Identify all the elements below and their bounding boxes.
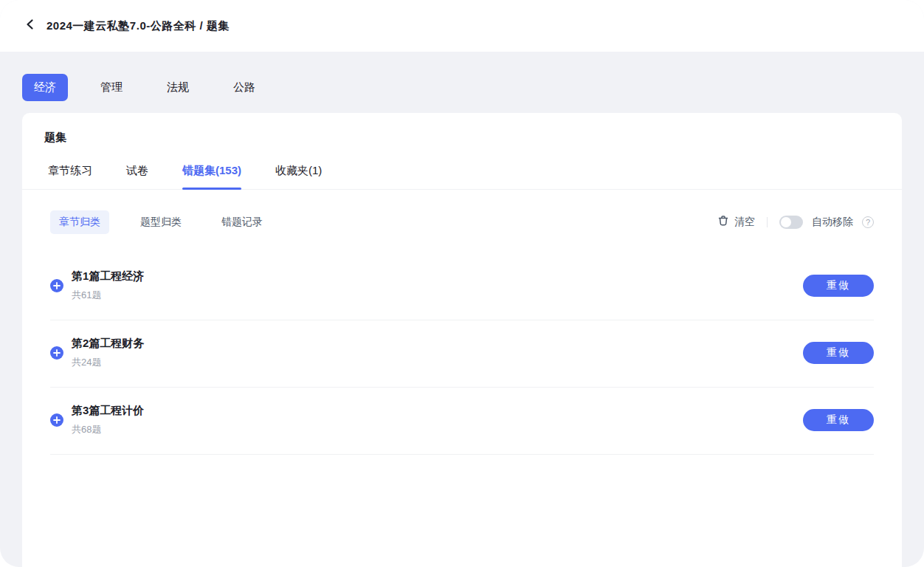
redo-button[interactable]: 重做	[803, 342, 874, 364]
clear-label: 清空	[734, 216, 755, 229]
redo-button[interactable]: 重做	[803, 409, 874, 431]
tab-economy[interactable]: 经济	[22, 74, 68, 101]
item-count: 共68题	[72, 423, 803, 436]
page-body: 经济 管理 法规 公路 题集 章节练习 试卷 错题集(153) 收藏夹(1) 章…	[0, 52, 924, 567]
item-title: 第2篇工程财务	[72, 337, 803, 351]
redo-button[interactable]: 重做	[803, 275, 874, 297]
expand-plus-icon[interactable]	[50, 413, 63, 427]
section-tabs: 章节练习 试卷 错题集(153) 收藏夹(1)	[22, 164, 902, 190]
tab-regulations[interactable]: 法规	[155, 74, 201, 101]
top-bar: 2024一建云私塾7.0-公路全科 / 题集	[0, 0, 924, 52]
tab-chapter-practice[interactable]: 章节练习	[48, 164, 92, 189]
back-button[interactable]	[24, 18, 36, 33]
auto-remove-label: 自动移除	[812, 216, 853, 229]
list-item: 第1篇工程经济 共61题 重做	[50, 253, 874, 320]
list-item: 第3篇工程计价 共68题 重做	[50, 388, 874, 455]
chapter-list: 第1篇工程经济 共61题 重做 第2篇工程财务 共24题	[50, 253, 874, 455]
app-window: 2024一建云私塾7.0-公路全科 / 题集 经济 管理 法规 公路 题集 章节…	[0, 0, 924, 567]
tab-exam-papers[interactable]: 试卷	[126, 164, 148, 189]
clear-button[interactable]: 清空	[717, 214, 755, 230]
card-title: 题集	[22, 113, 902, 145]
filter-row: 章节归类 题型归类 错题记录 清空	[50, 210, 874, 234]
tools-group: 清空 自动移除 ?	[717, 214, 874, 230]
item-title: 第1篇工程经济	[72, 269, 803, 284]
tab-management[interactable]: 管理	[89, 74, 134, 101]
expand-plus-icon[interactable]	[50, 279, 63, 292]
question-set-card: 题集 章节练习 试卷 错题集(153) 收藏夹(1) 章节归类 题型归类 错题记…	[22, 113, 902, 567]
item-text: 第2篇工程财务 共24题	[72, 337, 803, 369]
expand-plus-icon[interactable]	[50, 346, 63, 360]
back-chevron-icon	[24, 18, 36, 33]
filter-wrong-records[interactable]: 错题记录	[213, 210, 272, 234]
tab-favorites[interactable]: 收藏夹(1)	[275, 164, 322, 189]
item-count: 共24题	[72, 356, 803, 369]
item-text: 第1篇工程经济 共61题	[72, 269, 803, 302]
filter-by-chapter[interactable]: 章节归类	[50, 210, 109, 234]
breadcrumb: 2024一建云私塾7.0-公路全科 / 题集	[46, 19, 230, 33]
vertical-divider	[767, 217, 768, 227]
tab-highway[interactable]: 公路	[221, 74, 267, 101]
item-count: 共61题	[72, 289, 803, 302]
filter-by-question-type[interactable]: 题型归类	[131, 210, 190, 234]
filter-group: 章节归类 题型归类 错题记录	[50, 210, 272, 234]
item-text: 第3篇工程计价 共68题	[72, 404, 803, 436]
trash-icon	[717, 214, 730, 230]
help-icon[interactable]: ?	[862, 216, 874, 228]
tab-wrong-questions[interactable]: 错题集(153)	[182, 164, 241, 189]
list-item: 第2篇工程财务 共24题 重做	[50, 320, 874, 388]
auto-remove-toggle[interactable]	[779, 216, 803, 229]
toggle-knob	[781, 217, 791, 227]
item-title: 第3篇工程计价	[72, 404, 803, 418]
subject-tabs: 经济 管理 法规 公路	[22, 52, 902, 101]
